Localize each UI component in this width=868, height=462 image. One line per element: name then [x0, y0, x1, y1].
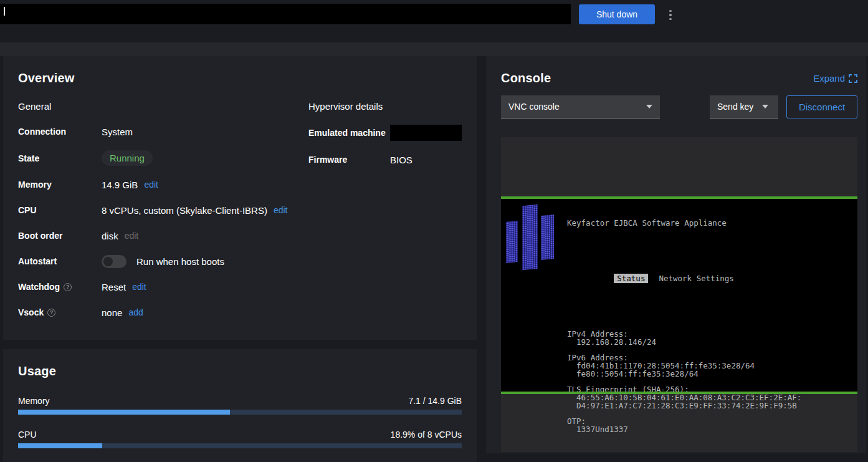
memory-progress-bar	[18, 410, 462, 415]
usage-cpu-label: CPU	[18, 430, 37, 440]
memory-row: Memory 14.9 GiB edit	[18, 178, 308, 191]
state-label: State	[18, 153, 102, 163]
usage-memory-label: Memory	[18, 396, 50, 406]
caret-down-icon	[762, 105, 768, 108]
expand-link[interactable]: Expand	[813, 73, 857, 84]
watchdog-edit-link[interactable]: edit	[132, 282, 146, 292]
firmware-row: Firmware BIOS	[308, 153, 462, 166]
disconnect-button[interactable]: Disconnect	[786, 95, 857, 118]
tui-tab-status[interactable]: Status	[614, 274, 648, 283]
vsock-add-link[interactable]: add	[128, 307, 143, 317]
vm-name-redaction	[0, 4, 571, 24]
caret-down-icon	[646, 105, 652, 108]
question-circle-icon[interactable]: ?	[47, 309, 55, 317]
vnc-viewport: Keyfactor EJBCA Software Appliance Statu…	[501, 137, 857, 452]
tui-tab-bar: StatusNetwork Settings	[567, 267, 801, 291]
usage-memory-value: 7.1 / 14.9 GiB	[408, 396, 462, 406]
autostart-row: Autostart Run when host boots	[18, 254, 308, 268]
vsock-row: Vsock ? none add	[18, 306, 308, 319]
usage-cpu-value: 18.9% of 8 vCPUs	[391, 430, 462, 440]
autostart-toggle-label: Run when host boots	[136, 256, 224, 267]
autostart-label: Autostart	[18, 256, 102, 266]
tui-tab-network-settings[interactable]: Network Settings	[659, 274, 733, 283]
vnc-screen[interactable]: Keyfactor EJBCA Software Appliance Statu…	[501, 196, 857, 394]
cpu-label: CPU	[18, 205, 102, 215]
state-row: State Running	[18, 150, 308, 166]
ejbca-logo	[501, 196, 563, 277]
memory-edit-link[interactable]: edit	[144, 180, 158, 190]
console-type-select[interactable]: VNC console	[501, 95, 660, 118]
firmware-value: BIOS	[390, 155, 413, 165]
cpu-row: CPU 8 vCPUs, custom (Skylake-Client-IBRS…	[18, 203, 308, 217]
console-status-text: IPv4 Address: 192.168.28.146/24 IPv6 Add…	[567, 330, 801, 433]
vsock-value: none	[102, 307, 122, 318]
boot-order-label: Boot order	[18, 231, 102, 241]
state-badge: Running	[102, 150, 153, 166]
hypervisor-section-header: Hypervisor details	[308, 100, 462, 113]
console-title: Console	[501, 70, 551, 87]
autostart-toggle[interactable]	[102, 255, 126, 268]
firmware-label: Firmware	[308, 155, 390, 165]
vsock-label: Vsock	[18, 307, 44, 317]
question-circle-icon[interactable]: ?	[64, 283, 72, 291]
memory-label: Memory	[18, 180, 102, 190]
general-section-header: General	[18, 100, 308, 113]
boot-order-row: Boot order disk edit	[18, 229, 308, 243]
usage-title: Usage	[18, 363, 462, 380]
emulated-machine-row: Emulated machine	[308, 125, 462, 141]
kebab-menu-icon[interactable]	[665, 7, 675, 22]
masthead: Shut down	[0, 0, 868, 42]
send-key-dropdown[interactable]: Send key	[710, 95, 778, 118]
emulated-machine-label: Emulated machine	[308, 128, 390, 138]
overview-card: Overview General Connection System State…	[3, 56, 477, 340]
console-green-bar-bottom	[501, 392, 857, 394]
appliance-title: Keyfactor EJBCA Software Appliance	[567, 219, 801, 228]
connection-label: Connection	[18, 127, 102, 137]
boot-order-value: disk	[102, 231, 118, 241]
text-cursor	[4, 7, 5, 16]
watchdog-value: Reset	[102, 282, 126, 292]
boot-order-edit-link: edit	[125, 231, 139, 241]
cpu-edit-link[interactable]: edit	[274, 205, 288, 215]
watchdog-label: Watchdog	[18, 282, 60, 292]
connection-value: System	[102, 127, 133, 137]
cpu-progress-bar	[18, 443, 462, 448]
usage-card: Usage Memory 7.1 / 14.9 GiB CPU 18.9% of…	[3, 349, 477, 462]
expand-icon	[849, 74, 857, 83]
overview-title: Overview	[18, 70, 462, 87]
watchdog-row: Watchdog ? Reset edit	[18, 280, 308, 294]
memory-value: 14.9 GiB	[102, 180, 138, 190]
connection-row: Connection System	[18, 125, 308, 138]
shutdown-button[interactable]: Shut down	[579, 4, 655, 24]
page-header-strip	[0, 42, 868, 56]
console-card: Console Expand VNC console Send key Disc…	[486, 56, 866, 453]
cpu-value: 8 vCPUs, custom (Skylake-Client-IBRS)	[102, 205, 267, 216]
emulated-machine-redaction	[390, 125, 462, 141]
